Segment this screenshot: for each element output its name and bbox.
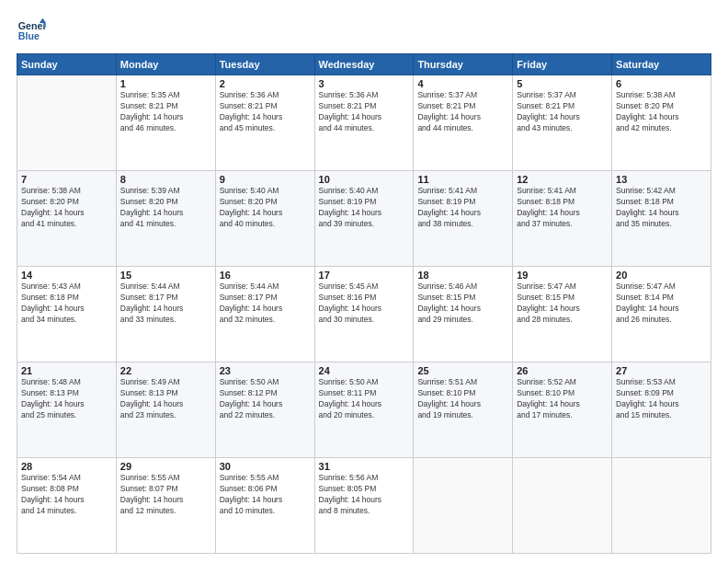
day-number: 26 (517, 365, 608, 376)
calendar-cell: 6Sunrise: 5:38 AMSunset: 8:20 PMDaylight… (612, 75, 711, 171)
calendar-cell: 31Sunrise: 5:56 AMSunset: 8:05 PMDayligh… (314, 458, 414, 554)
calendar-cell (414, 458, 513, 554)
calendar-cell: 29Sunrise: 5:55 AMSunset: 8:07 PMDayligh… (116, 458, 215, 554)
day-number: 9 (220, 174, 311, 185)
header: General Blue (17, 17, 711, 46)
day-number: 11 (417, 174, 508, 185)
day-info: Sunrise: 5:37 AMSunset: 8:21 PMDaylight:… (417, 90, 508, 134)
day-number: 8 (120, 174, 211, 185)
day-info: Sunrise: 5:46 AMSunset: 8:15 PMDaylight:… (417, 282, 508, 326)
day-number: 10 (319, 174, 410, 185)
day-number: 31 (319, 461, 410, 472)
day-number: 6 (616, 78, 707, 89)
day-number: 20 (616, 270, 707, 281)
day-info: Sunrise: 5:50 AMSunset: 8:11 PMDaylight:… (319, 377, 410, 421)
day-number: 13 (616, 174, 707, 185)
calendar-cell: 16Sunrise: 5:44 AMSunset: 8:17 PMDayligh… (215, 267, 314, 362)
calendar-cell: 21Sunrise: 5:48 AMSunset: 8:13 PMDayligh… (17, 362, 117, 458)
day-info: Sunrise: 5:35 AMSunset: 8:21 PMDaylight:… (120, 90, 211, 134)
day-number: 27 (616, 365, 707, 376)
day-number: 15 (120, 270, 211, 281)
day-number: 18 (417, 270, 508, 281)
day-info: Sunrise: 5:55 AMSunset: 8:06 PMDaylight:… (220, 473, 311, 517)
calendar-cell: 13Sunrise: 5:42 AMSunset: 8:18 PMDayligh… (612, 171, 711, 267)
calendar-cell: 24Sunrise: 5:50 AMSunset: 8:11 PMDayligh… (314, 362, 414, 458)
calendar-cell: 10Sunrise: 5:40 AMSunset: 8:19 PMDayligh… (314, 171, 414, 267)
day-header-wednesday: Wednesday (314, 54, 414, 75)
day-number: 19 (517, 270, 608, 281)
day-info: Sunrise: 5:41 AMSunset: 8:18 PMDaylight:… (517, 186, 608, 230)
calendar-cell: 8Sunrise: 5:39 AMSunset: 8:20 PMDaylight… (116, 171, 215, 267)
day-header-thursday: Thursday (414, 54, 513, 75)
day-number: 22 (120, 365, 211, 376)
day-number: 14 (21, 270, 112, 281)
calendar-cell: 18Sunrise: 5:46 AMSunset: 8:15 PMDayligh… (414, 267, 513, 362)
calendar-week-1: 1Sunrise: 5:35 AMSunset: 8:21 PMDaylight… (17, 75, 711, 171)
day-number: 7 (21, 174, 112, 185)
calendar-cell (612, 458, 711, 554)
day-info: Sunrise: 5:50 AMSunset: 8:12 PMDaylight:… (220, 377, 311, 421)
calendar-cell: 9Sunrise: 5:40 AMSunset: 8:20 PMDaylight… (215, 171, 314, 267)
day-info: Sunrise: 5:36 AMSunset: 8:21 PMDaylight:… (220, 90, 311, 134)
calendar-cell: 3Sunrise: 5:36 AMSunset: 8:21 PMDaylight… (314, 75, 414, 171)
day-info: Sunrise: 5:54 AMSunset: 8:08 PMDaylight:… (21, 473, 112, 517)
calendar-week-5: 28Sunrise: 5:54 AMSunset: 8:08 PMDayligh… (17, 458, 711, 554)
day-info: Sunrise: 5:42 AMSunset: 8:18 PMDaylight:… (616, 186, 707, 230)
calendar-week-4: 21Sunrise: 5:48 AMSunset: 8:13 PMDayligh… (17, 362, 711, 458)
calendar-body: 1Sunrise: 5:35 AMSunset: 8:21 PMDaylight… (17, 75, 711, 554)
day-info: Sunrise: 5:41 AMSunset: 8:19 PMDaylight:… (417, 186, 508, 230)
day-header-sunday: Sunday (17, 54, 117, 75)
calendar-cell: 25Sunrise: 5:51 AMSunset: 8:10 PMDayligh… (414, 362, 513, 458)
day-info: Sunrise: 5:37 AMSunset: 8:21 PMDaylight:… (517, 90, 608, 134)
logo-icon: General Blue (17, 17, 46, 46)
day-number: 1 (120, 78, 211, 89)
day-number: 12 (517, 174, 608, 185)
calendar-cell: 22Sunrise: 5:49 AMSunset: 8:13 PMDayligh… (116, 362, 215, 458)
day-info: Sunrise: 5:36 AMSunset: 8:21 PMDaylight:… (319, 90, 410, 134)
calendar-cell: 4Sunrise: 5:37 AMSunset: 8:21 PMDaylight… (414, 75, 513, 171)
calendar-cell: 1Sunrise: 5:35 AMSunset: 8:21 PMDaylight… (116, 75, 215, 171)
day-info: Sunrise: 5:55 AMSunset: 8:07 PMDaylight:… (120, 473, 211, 517)
calendar-week-2: 7Sunrise: 5:38 AMSunset: 8:20 PMDaylight… (17, 171, 711, 267)
day-number: 30 (220, 461, 311, 472)
day-info: Sunrise: 5:47 AMSunset: 8:14 PMDaylight:… (616, 282, 707, 326)
day-number: 29 (120, 461, 211, 472)
calendar-cell: 19Sunrise: 5:47 AMSunset: 8:15 PMDayligh… (513, 267, 612, 362)
day-number: 17 (319, 270, 410, 281)
day-info: Sunrise: 5:49 AMSunset: 8:13 PMDaylight:… (120, 377, 211, 421)
calendar-cell: 20Sunrise: 5:47 AMSunset: 8:14 PMDayligh… (612, 267, 711, 362)
calendar-cell: 15Sunrise: 5:44 AMSunset: 8:17 PMDayligh… (116, 267, 215, 362)
day-info: Sunrise: 5:44 AMSunset: 8:17 PMDaylight:… (120, 282, 211, 326)
day-info: Sunrise: 5:44 AMSunset: 8:17 PMDaylight:… (220, 282, 311, 326)
calendar-cell: 5Sunrise: 5:37 AMSunset: 8:21 PMDaylight… (513, 75, 612, 171)
day-header-friday: Friday (513, 54, 612, 75)
calendar-cell: 23Sunrise: 5:50 AMSunset: 8:12 PMDayligh… (215, 362, 314, 458)
calendar-header: SundayMondayTuesdayWednesdayThursdayFrid… (17, 54, 711, 75)
day-info: Sunrise: 5:39 AMSunset: 8:20 PMDaylight:… (120, 186, 211, 230)
day-number: 5 (517, 78, 608, 89)
day-info: Sunrise: 5:53 AMSunset: 8:09 PMDaylight:… (616, 377, 707, 421)
day-info: Sunrise: 5:40 AMSunset: 8:19 PMDaylight:… (319, 186, 410, 230)
svg-text:Blue: Blue (18, 30, 40, 41)
page: General Blue SundayMondayTuesdayWednesda… (0, 0, 728, 563)
calendar-cell: 27Sunrise: 5:53 AMSunset: 8:09 PMDayligh… (612, 362, 711, 458)
day-info: Sunrise: 5:40 AMSunset: 8:20 PMDaylight:… (220, 186, 311, 230)
day-number: 25 (417, 365, 508, 376)
calendar-cell: 28Sunrise: 5:54 AMSunset: 8:08 PMDayligh… (17, 458, 117, 554)
day-header-tuesday: Tuesday (215, 54, 314, 75)
day-number: 28 (21, 461, 112, 472)
day-info: Sunrise: 5:43 AMSunset: 8:18 PMDaylight:… (21, 282, 112, 326)
day-info: Sunrise: 5:38 AMSunset: 8:20 PMDaylight:… (616, 90, 707, 134)
day-info: Sunrise: 5:45 AMSunset: 8:16 PMDaylight:… (319, 282, 410, 326)
calendar-cell: 17Sunrise: 5:45 AMSunset: 8:16 PMDayligh… (314, 267, 414, 362)
day-info: Sunrise: 5:51 AMSunset: 8:10 PMDaylight:… (417, 377, 508, 421)
day-info: Sunrise: 5:52 AMSunset: 8:10 PMDaylight:… (517, 377, 608, 421)
day-info: Sunrise: 5:56 AMSunset: 8:05 PMDaylight:… (319, 473, 410, 517)
calendar-cell: 30Sunrise: 5:55 AMSunset: 8:06 PMDayligh… (215, 458, 314, 554)
day-info: Sunrise: 5:48 AMSunset: 8:13 PMDaylight:… (21, 377, 112, 421)
calendar-week-3: 14Sunrise: 5:43 AMSunset: 8:18 PMDayligh… (17, 267, 711, 362)
calendar-cell: 7Sunrise: 5:38 AMSunset: 8:20 PMDaylight… (17, 171, 117, 267)
logo: General Blue (17, 17, 50, 46)
day-info: Sunrise: 5:38 AMSunset: 8:20 PMDaylight:… (21, 186, 112, 230)
calendar-cell: 12Sunrise: 5:41 AMSunset: 8:18 PMDayligh… (513, 171, 612, 267)
